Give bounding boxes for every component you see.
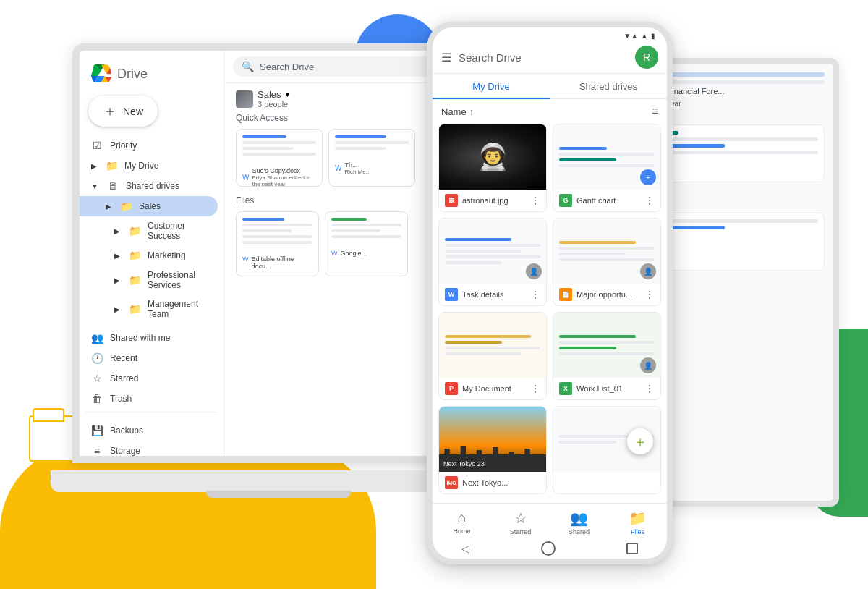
more-icon-task[interactable]: ⋮ (530, 289, 540, 300)
team-avatar (236, 90, 253, 108)
sidebar-item-sales[interactable]: ▶ 📁 Sales (80, 196, 218, 216)
sidebar-item-ps[interactable]: ▶ 📁 Professional Services (80, 266, 218, 294)
card-info-major: 📄 Major opportu... ⋮ (553, 284, 660, 305)
sort-arrow: ↑ (469, 106, 475, 117)
drive-logo-icon (91, 64, 111, 84)
file-icon-2: W (331, 250, 338, 257)
qa-card-1[interactable]: W Sue's Copy.docx Priya Sharma edited in… (236, 129, 323, 187)
tab-mydrive[interactable]: My Drive (433, 74, 550, 98)
file-card-worklist[interactable]: 👤 X Work List_01 ⋮ (553, 312, 661, 400)
phone-header: ☰ Search Drive R (433, 41, 667, 74)
file-card-2[interactable]: W Google... (325, 211, 408, 276)
home-button[interactable] (541, 541, 556, 556)
more-icon-astronaut[interactable]: ⋮ (530, 195, 540, 206)
city-label: Next Tokyo 23 (443, 460, 485, 467)
phone-list-header: Name ↑ ≡ (433, 99, 667, 124)
card-info-astronaut: 🖼 astronaut.jpg ⋮ (439, 190, 546, 211)
priority-icon: ☑ (91, 140, 103, 151)
sales-icon: 📁 (120, 200, 132, 212)
sidebar-label-sales: Sales (139, 201, 161, 211)
expand-icon-ps: ▶ (114, 276, 120, 284)
card-info-city: IMG Next Tokyo... (439, 472, 546, 493)
qa-doc-icon-2: W (335, 164, 341, 172)
file-card-city[interactable]: Next Tokyo 23 IMG Next Tokyo... (438, 406, 547, 494)
sidebar-item-trash[interactable]: 🗑 Trash (80, 389, 218, 409)
files-nav-icon: 📁 (629, 509, 647, 527)
sidebar-label-mgmt: Management Team (148, 299, 206, 319)
astronaut-img (439, 124, 546, 190)
cs-icon: 📁 (129, 225, 140, 237)
list-view-icon[interactable]: ≡ (652, 105, 658, 118)
file-name-task: Task details (462, 290, 526, 299)
user-avatar[interactable]: R (635, 46, 658, 69)
sidebar-label-starred: Starred (110, 373, 138, 384)
sort-control[interactable]: Name ↑ (441, 106, 474, 117)
file-name-city: Next Tokyo... (462, 478, 540, 487)
file-card-mydoc[interactable]: P My Document ⋮ (438, 312, 547, 400)
sort-label: Name (441, 106, 467, 117)
hamburger-icon[interactable]: ☰ (441, 51, 451, 64)
sidebar-item-customersuccess[interactable]: ▶ 📁 Customer Success (80, 216, 218, 245)
laptop-search-icon: 🔍 (242, 61, 254, 72)
file-card-major[interactable]: 👤 📄 Major opportu... ⋮ (553, 218, 661, 306)
more-icon-mydoc[interactable]: ⋮ (530, 383, 540, 394)
file-card-task[interactable]: 👤 W Task details ⋮ (438, 218, 547, 306)
nav-home[interactable]: ⌂ Home (433, 509, 491, 535)
file-card-gantt[interactable]: + G Gantt chart ⋮ (553, 124, 661, 212)
storage-icon: ≡ (91, 445, 103, 456)
sidebar-item-mgmt[interactable]: ▶ 📁 Management Team (80, 294, 218, 323)
city-img: Next Tokyo 23 (439, 407, 546, 472)
more-icon-worklist[interactable]: ⋮ (644, 383, 655, 394)
recents-button[interactable] (626, 543, 638, 554)
file-icon-mydoc: P (445, 382, 458, 395)
team-members: 3 people (258, 100, 291, 109)
fab-button[interactable]: ＋ (627, 428, 653, 454)
home-label: Home (453, 527, 470, 535)
file-icon-worklist: X (559, 382, 572, 395)
drive-logo: Drive (80, 58, 224, 93)
file-card-astronaut[interactable]: 🖼 astronaut.jpg ⋮ (438, 124, 547, 212)
sidebar-item-marketing[interactable]: ▶ 📁 Marketing (80, 245, 218, 266)
sidebar-label-sharedwithme: Shared with me (110, 333, 170, 343)
thumb-astronaut (439, 124, 546, 190)
backups-icon: 💾 (91, 425, 103, 436)
card-info-gantt: G Gantt chart ⋮ (553, 190, 660, 211)
card-info-task: W Task details ⋮ (439, 284, 546, 305)
expand-icon-shared: ▼ (91, 182, 98, 190)
sidebar-item-priority[interactable]: ☑ Priority (80, 135, 218, 156)
nav-shared[interactable]: 👥 Shared (550, 509, 608, 535)
more-icon-major[interactable]: ⋮ (644, 289, 655, 300)
sidebar-item-shareddrives[interactable]: ▼ 🖥 Shared drives (80, 176, 218, 196)
sidebar-item-storage[interactable]: ≡ Storage (80, 441, 218, 456)
sidebar-item-recent[interactable]: 🕐 Recent (80, 348, 218, 368)
sidebar-item-starred[interactable]: ☆ Starred (80, 368, 218, 389)
files-nav-label: Files (631, 528, 644, 535)
new-button[interactable]: ＋ New (88, 96, 158, 127)
back-button[interactable]: ◁ (461, 543, 469, 554)
file-name-2: Google... (341, 250, 367, 257)
plus-icon: ＋ (103, 101, 117, 121)
nav-files[interactable]: 📁 Files (608, 509, 667, 535)
qa-card-2[interactable]: W Th... Rich Me... (328, 129, 415, 187)
phone-tabs: My Drive Shared drives (433, 74, 667, 99)
qa-file-name-1: Sue's Copy.docx (252, 167, 316, 174)
recent-icon: 🕐 (91, 352, 103, 364)
sidebar-label-priority: Priority (110, 140, 137, 151)
tab-shareddrives[interactable]: Shared drives (550, 74, 667, 98)
card-info-worklist: X Work List_01 ⋮ (553, 378, 660, 399)
file-name-gantt: Gantt chart (576, 196, 640, 205)
file-card-1[interactable]: W Editable offline docu... (236, 211, 319, 276)
qa-file-name-2: Th... (344, 161, 370, 169)
thumb-major: 👤 (553, 219, 660, 284)
more-icon-gantt[interactable]: ⋮ (644, 195, 655, 206)
sidebar-item-sharedwithme[interactable]: 👥 Shared with me (80, 328, 218, 348)
sidebar-label-ps: Professional Services (148, 270, 206, 290)
phone-search-text[interactable]: Search Drive (459, 51, 628, 64)
drive-logo-text: Drive (117, 67, 148, 82)
sidebar-item-mydrive[interactable]: ▶ 📁 My Drive (80, 156, 218, 176)
phone-content: 🖼 astronaut.jpg ⋮ + G (433, 124, 667, 503)
sidebar-item-backups[interactable]: 💾 Backups (80, 420, 218, 441)
thumb-city: Next Tokyo 23 (439, 407, 546, 472)
nav-starred[interactable]: ☆ Starred (491, 509, 550, 535)
sidebar-label-trash: Trash (110, 394, 132, 404)
